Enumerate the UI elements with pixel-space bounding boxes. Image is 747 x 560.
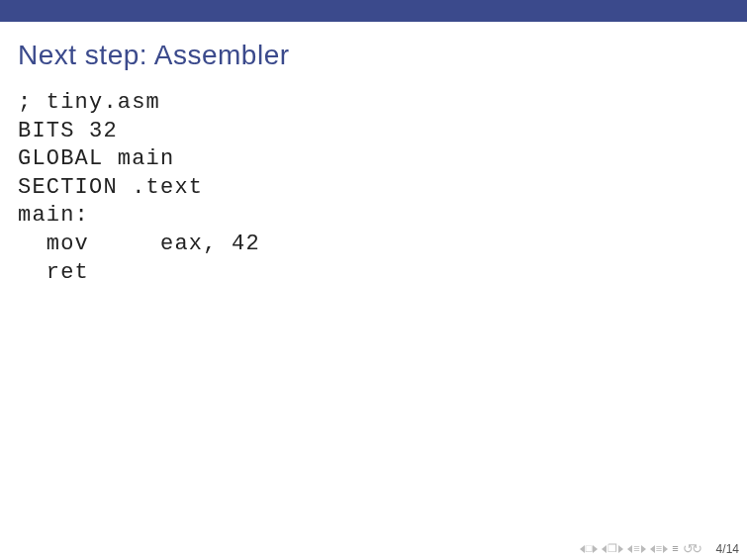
page-number: 4/14 (710, 542, 739, 556)
slide-title: Next step: Assembler (0, 22, 747, 81)
footer: □ ❐ ≡ ≡ ≡ ↺↻ 4/14 (580, 541, 739, 556)
nav-section-icon[interactable]: ≡ (672, 543, 678, 554)
code-block: ; tiny.asm BITS 32 GLOBAL main SECTION .… (0, 81, 747, 287)
nav-first-icon[interactable]: □ (580, 543, 599, 554)
header-bar (0, 0, 747, 22)
nav-controls: □ ❐ ≡ ≡ ≡ ↺↻ (580, 541, 700, 556)
nav-refresh-icon[interactable]: ↺↻ (683, 541, 700, 556)
page-total: 14 (726, 542, 739, 556)
nav-back-icon[interactable]: ≡ (627, 543, 645, 554)
nav-prev-icon[interactable]: ❐ (602, 543, 623, 554)
nav-fwd-icon[interactable]: ≡ (650, 543, 668, 554)
